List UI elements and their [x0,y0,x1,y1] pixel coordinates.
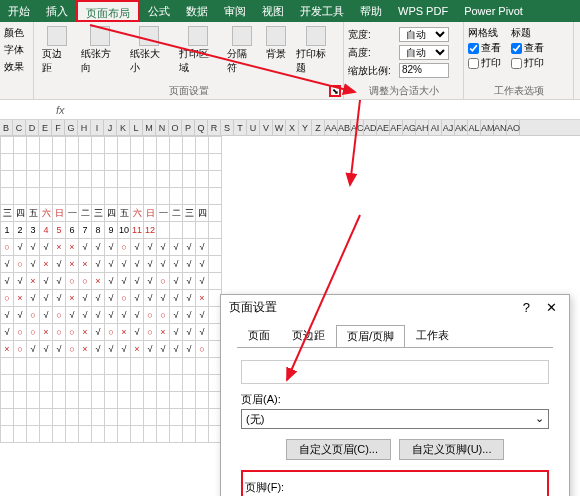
col-header[interactable]: G [65,120,78,135]
col-header[interactable]: W [273,120,286,135]
col-header[interactable]: AA [325,120,338,135]
col-header[interactable]: X [286,120,299,135]
tab-formula[interactable]: 公式 [140,0,178,22]
orientation-icon [90,26,110,46]
height-label: 高度: [348,46,396,60]
col-header[interactable]: AB [338,120,351,135]
dtab-margins[interactable]: 页边距 [281,324,336,347]
tab-wps[interactable]: WPS PDF [390,0,456,22]
col-header[interactable]: P [182,120,195,135]
col-header[interactable]: V [260,120,273,135]
dtab-sheet[interactable]: 工作表 [405,324,460,347]
header-select[interactable]: (无)⌄ [241,409,549,429]
scale-group-label: 调整为合适大小 [344,84,463,98]
col-header[interactable]: B [0,120,13,135]
worksheet-grid[interactable]: 三四五六日一二三四五六日一二三四123456789101112○√√√××√√√… [0,136,222,443]
scale-label: 缩放比例: [348,64,396,78]
col-header[interactable]: R [208,120,221,135]
col-header[interactable]: U [247,120,260,135]
tab-review[interactable]: 审阅 [216,0,254,22]
width-label: 宽度: [348,28,396,42]
col-header[interactable]: Q [195,120,208,135]
col-header[interactable]: AM [481,120,494,135]
col-header[interactable]: S [221,120,234,135]
col-header[interactable]: T [234,120,247,135]
sheet-options-label: 工作表选项 [464,84,573,98]
col-header[interactable]: AK [455,120,468,135]
col-header[interactable]: AL [468,120,481,135]
col-header[interactable]: AN [494,120,507,135]
column-headers: BCDEFGHIJKLMNOPQRSTUVWXYZAAABACADAEAFAGA… [0,120,580,136]
col-header[interactable]: AD [364,120,377,135]
size-icon [139,26,159,46]
col-header[interactable]: AC [351,120,364,135]
col-header[interactable]: Y [299,120,312,135]
tab-page-layout[interactable]: 页面布局 [76,0,140,22]
print-titles-icon [306,26,326,46]
col-header[interactable]: I [91,120,104,135]
tab-powerpivot[interactable]: Power Pivot [456,0,531,22]
width-select[interactable]: 自动 [399,27,449,42]
sheet-area: 三四五六日一二三四五六日一二三四123456789101112○√√√××√√√… [0,136,580,496]
gridlines-print-chk[interactable]: 打印 [468,56,501,70]
dtab-page[interactable]: 页面 [237,324,281,347]
custom-header-button[interactable]: 自定义页眉(C)... [286,439,391,460]
header-preview [241,360,549,384]
col-header[interactable]: AE [377,120,390,135]
page-setup-label: 页面设置 [34,84,343,98]
formula-bar: fx [0,100,580,120]
col-header[interactable]: L [130,120,143,135]
col-header[interactable]: Z [312,120,325,135]
ribbon-tabs: 开始 插入 页面布局 公式 数据 审阅 视图 开发工具 帮助 WPS PDF P… [0,0,580,22]
col-header[interactable]: M [143,120,156,135]
margins-icon [47,26,67,46]
col-header[interactable]: D [26,120,39,135]
dialog-title: 页面设置 [229,299,277,316]
tab-view[interactable]: 视图 [254,0,292,22]
col-header[interactable]: F [52,120,65,135]
col-header[interactable]: AJ [442,120,455,135]
dtab-header-footer[interactable]: 页眉/页脚 [336,325,405,348]
custom-footer-button[interactable]: 自定义页脚(U)... [399,439,504,460]
footer-label: 页脚(F): [245,480,545,495]
scale-value[interactable]: 82% [399,63,449,78]
tab-help[interactable]: 帮助 [352,0,390,22]
tab-dev[interactable]: 开发工具 [292,0,352,22]
col-header[interactable]: AI [429,120,442,135]
tab-insert[interactable]: 插入 [38,0,76,22]
effects-btn[interactable]: 效果 [4,60,29,74]
col-header[interactable]: K [117,120,130,135]
headings-title: 标题 [511,26,544,40]
colors-btn[interactable]: 颜色 [4,26,29,40]
tab-data[interactable]: 数据 [178,0,216,22]
col-header[interactable]: H [78,120,91,135]
col-header[interactable]: O [169,120,182,135]
page-setup-launcher[interactable]: ⬊ [329,85,341,97]
dialog-tabs: 页面 页边距 页眉/页脚 工作表 [221,320,569,347]
header-label: 页眉(A): [241,392,549,407]
col-header[interactable]: AH [416,120,429,135]
fonts-btn[interactable]: 字体 [4,43,29,57]
col-header[interactable]: C [13,120,26,135]
col-header[interactable]: N [156,120,169,135]
dialog-close-icon[interactable]: ✕ [542,300,561,315]
background-icon [266,26,286,46]
col-header[interactable]: AG [403,120,416,135]
fx-icon[interactable]: fx [50,104,71,116]
page-setup-dialog: 页面设置 ? ✕ 页面 页边距 页眉/页脚 工作表 页眉(A): (无)⌄ 自定… [220,294,570,496]
height-select[interactable]: 自动 [399,45,449,60]
col-header[interactable]: E [39,120,52,135]
col-header[interactable]: AO [507,120,520,135]
tab-home[interactable]: 开始 [0,0,38,22]
headings-view-chk[interactable]: 查看 [511,41,544,55]
ribbon-content: 颜色 字体 效果 页边距 纸张方向 纸张大小 打印区域 分隔符 背景 打印标题 … [0,22,580,100]
col-header[interactable]: J [104,120,117,135]
breaks-icon [232,26,252,46]
headings-print-chk[interactable]: 打印 [511,56,544,70]
gridlines-view-chk[interactable]: 查看 [468,41,501,55]
print-area-icon [188,26,208,46]
col-header[interactable]: AF [390,120,403,135]
gridlines-title: 网格线 [468,26,501,40]
dialog-help-icon[interactable]: ? [519,300,534,315]
